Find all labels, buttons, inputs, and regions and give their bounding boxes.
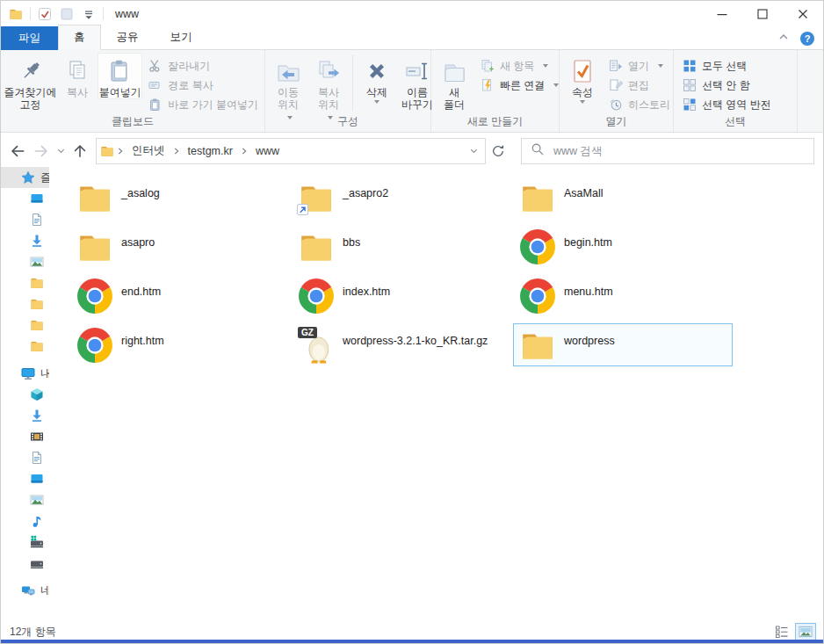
sidebar-item-3d-objects[interactable]: 3D 개체 <box>1 384 49 405</box>
sidebar-item-local-disk-2[interactable]: 로컬 디스크 <box>1 553 49 574</box>
breadcrumb-segment[interactable]: www <box>249 139 286 163</box>
paste-shortcut-button[interactable]: 바로 가기 붙여넣기 <box>145 95 262 114</box>
sidebar-item-this-pc[interactable]: 내 PC <box>1 363 49 384</box>
invert-selection-label: 선택 영역 반전 <box>702 98 771 112</box>
ribbon-group-2: 새폴더새 항목빠른 연결새로 만들기 <box>431 50 560 132</box>
titlebar: www <box>1 1 823 26</box>
breadcrumb-chevron[interactable] <box>239 146 249 156</box>
thumbnails-view-icon <box>799 625 813 639</box>
sidebar-item-documents[interactable]: 문서 <box>1 209 49 230</box>
cut-button[interactable]: 잘라내기 <box>145 56 262 76</box>
explorer-folder-icon[interactable] <box>8 6 24 22</box>
breadcrumb-chevron-icon <box>171 146 182 156</box>
folder-file-icon <box>519 327 556 364</box>
tab-file[interactable]: 파일 <box>1 26 58 50</box>
select-all-button[interactable]: 모두 선택 <box>679 56 775 76</box>
copy-path-button[interactable]: 경로 복사 <box>145 76 262 95</box>
file-item[interactable]: wordpress <box>513 323 733 366</box>
quick-access-icon <box>21 170 35 185</box>
breadcrumb-chevron-icon <box>115 146 126 156</box>
back-icon[interactable] <box>6 140 29 163</box>
address-bar[interactable]: 인터넷testgm.krwww <box>96 138 486 164</box>
new-item-button[interactable]: 새 항목 <box>477 56 562 76</box>
breadcrumb-chevron[interactable] <box>115 146 126 156</box>
copy-to-button[interactable]: 복사위치 <box>308 53 349 124</box>
open-button[interactable]: 열기 <box>605 56 674 76</box>
file-item[interactable]: begin.htm <box>513 225 733 268</box>
tab-share[interactable]: 공유 <box>101 25 155 50</box>
address-dropdown-icon[interactable] <box>465 140 482 163</box>
sidebar-item-documents-2[interactable]: 문서 <box>1 447 49 468</box>
pin-to-favorites-button[interactable]: 즐겨찾기에고정 <box>4 53 57 112</box>
item-count: 12개 항목 <box>10 625 56 640</box>
paste-icon <box>107 58 134 84</box>
sidebar-item-pictures[interactable]: 사진 <box>1 251 49 272</box>
minimize-button[interactable] <box>702 1 742 26</box>
collapse-ribbon-icon[interactable] <box>777 31 790 46</box>
search-icon <box>531 142 545 156</box>
breadcrumb-chevron[interactable] <box>171 146 182 156</box>
qat-newfolder-icon[interactable] <box>59 6 75 22</box>
sidebar-item-pinned-folder-4[interactable] <box>1 336 49 357</box>
select-none-label: 선택 안 함 <box>702 78 750 93</box>
qat-customize-icon[interactable] <box>81 6 97 22</box>
sidebar-item-quick-access[interactable]: 즐겨찾기 <box>1 167 49 188</box>
breadcrumb-segment[interactable]: 인터넷 <box>126 139 171 163</box>
history-button[interactable]: 히스토리 <box>605 95 674 114</box>
recent-locations-icon <box>55 145 67 156</box>
close-button[interactable] <box>783 1 823 26</box>
file-item[interactable]: GZwordpress-3.2.1-ko_KR.tar.gz <box>292 323 511 366</box>
thumbnails-view-icon[interactable] <box>795 623 816 640</box>
sidebar-item-pinned-folder-2[interactable] <box>1 293 49 315</box>
window-title: www <box>115 8 139 20</box>
file-item[interactable]: right.htm <box>70 323 290 366</box>
up-icon[interactable] <box>69 140 91 163</box>
qat-properties-icon[interactable] <box>37 6 53 22</box>
maximize-button[interactable] <box>742 1 783 26</box>
easy-access-button[interactable]: 빠른 연결 <box>477 76 562 95</box>
sidebar-item-downloads[interactable]: 다운로드 <box>1 230 49 251</box>
invert-selection-button[interactable]: 선택 영역 반전 <box>679 95 775 114</box>
paste-button[interactable]: 붙여넣기 <box>98 53 142 99</box>
search-input[interactable] <box>552 144 805 158</box>
select-none-button[interactable]: 선택 안 함 <box>679 76 775 95</box>
properties-button[interactable]: 속성 <box>562 53 603 106</box>
details-view-icon[interactable] <box>771 623 792 640</box>
sidebar-item-desktop[interactable]: 바탕 화면 <box>1 188 49 209</box>
help-icon[interactable]: ? <box>800 32 814 46</box>
refresh-icon[interactable] <box>487 140 510 163</box>
sidebar-item-pinned-folder-1[interactable] <box>1 272 49 293</box>
sidebar-item-network[interactable]: 네트워크 <box>1 580 49 601</box>
sidebar-item-downloads-2[interactable]: 다운로드 <box>1 405 49 426</box>
file-item[interactable]: _asalog <box>70 176 290 219</box>
tab-home[interactable]: 홈 <box>58 25 101 50</box>
recent-locations-icon[interactable] <box>54 140 68 163</box>
sidebar-item-local-disk-1[interactable]: 로컬 디스크 <box>1 532 49 553</box>
downloads-2-icon <box>30 409 44 423</box>
file-item[interactable]: menu.htm <box>513 274 733 317</box>
sidebar-item-desktop-2[interactable]: 바탕 화면 <box>1 468 49 489</box>
file-item[interactable]: _asapro2 <box>292 176 511 219</box>
forward-icon[interactable] <box>30 140 53 163</box>
sidebar-item-music[interactable]: 음악 <box>1 510 49 532</box>
copy-button[interactable]: 복사 <box>57 53 98 99</box>
tab-view[interactable]: 보기 <box>155 25 208 50</box>
edit-button[interactable]: 편집 <box>605 76 674 95</box>
move-to-button[interactable]: 이동위치 <box>268 53 308 124</box>
delete-button[interactable]: 삭제 <box>357 53 397 106</box>
file-item[interactable]: index.htm <box>292 274 511 317</box>
file-item[interactable]: bbs <box>292 225 511 268</box>
file-item[interactable]: asapro <box>70 225 290 268</box>
sidebar-item-pinned-folder-3[interactable] <box>1 315 49 336</box>
new-folder-button[interactable]: 새폴더 <box>434 53 474 112</box>
minimize-icon <box>715 7 729 21</box>
sidebar-item-pictures-2[interactable]: 사진 <box>1 489 49 510</box>
file-item[interactable]: end.htm <box>70 274 290 317</box>
file-item[interactable]: AsaMall <box>513 176 733 219</box>
move-to-icon <box>275 58 301 84</box>
breadcrumb-segment[interactable]: testgm.kr <box>182 139 239 163</box>
ribbon-group-0: 즐겨찾기에고정복사붙여넣기잘라내기경로 복사바로 가기 붙여넣기클립보드 <box>1 50 265 132</box>
rename-label: 이름 <box>407 86 428 98</box>
search-box[interactable] <box>521 138 814 164</box>
sidebar-item-videos[interactable]: 동영상 <box>1 426 49 447</box>
